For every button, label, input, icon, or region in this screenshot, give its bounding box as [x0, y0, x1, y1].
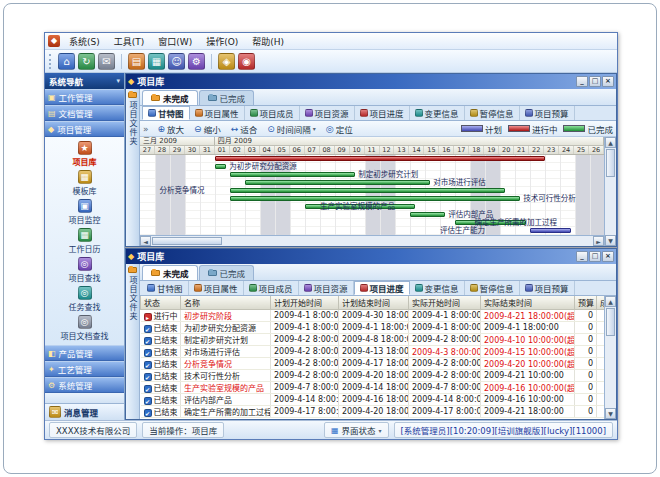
home-icon[interactable]: ⌂: [58, 53, 75, 70]
column-header-name[interactable]: 名称: [181, 296, 271, 309]
tab-resources[interactable]: 项目资源: [299, 281, 354, 295]
table-row[interactable]: ✔已结束技术可行性分析2009-4-2 8:00:002009-4-20 18:…: [141, 369, 605, 381]
minimize-button[interactable]: _: [576, 76, 588, 87]
column-header-actual-start[interactable]: 实际开始时间: [409, 296, 481, 309]
gantt-bar-done[interactable]: [230, 196, 520, 201]
column-header-cost[interactable]: 成: [597, 296, 605, 309]
sidebar-menu-icon[interactable]: ▾: [116, 77, 120, 85]
tab-properties[interactable]: 项目属性: [190, 106, 245, 120]
column-header-plan-start[interactable]: 计划开始时间: [271, 296, 339, 309]
window-title-bar[interactable]: ◆ 项目库 _ □ ×: [126, 74, 616, 89]
table-row[interactable]: ✔已结束生产实验室规模的产品2009-4-7 8:00:002009-4-14 …: [141, 381, 605, 393]
scroll-right-icon[interactable]: ►: [593, 236, 604, 246]
mail-icon[interactable]: ✉: [98, 53, 115, 70]
sidebar-group-project-management[interactable]: ◆项目管理: [45, 121, 124, 137]
folder-tab-unfinished[interactable]: 未完成: [142, 90, 198, 105]
column-header-actual-end[interactable]: 实际结束时间: [481, 296, 575, 309]
fit-button[interactable]: ↔适合: [226, 122, 263, 136]
column-header-budget[interactable]: 预算: [575, 296, 597, 309]
tab-changes[interactable]: 变更信息: [410, 281, 465, 295]
tab-gantt[interactable]: 甘特图: [142, 281, 189, 295]
sidebar-item-project-library[interactable]: ★项目库: [45, 140, 124, 169]
sidebar-group-process-management[interactable]: ✦工艺管理: [45, 361, 124, 377]
zoom-out-button[interactable]: ⊖缩小: [189, 122, 226, 136]
menu-item-window[interactable]: 窗口(W): [151, 33, 199, 50]
project-folder-strip[interactable]: 项目文件夹: [126, 89, 140, 246]
close-button[interactable]: ×: [602, 76, 614, 87]
sidebar-group-product-management[interactable]: ◧产品管理: [45, 345, 124, 361]
sidebar-item-project-search[interactable]: ◎项目查找: [45, 256, 124, 285]
scrollbar-thumb[interactable]: [606, 308, 615, 336]
time-interval-button[interactable]: ⊙时间间隔▾: [262, 122, 321, 136]
gantt-bar-done[interactable]: [245, 180, 430, 185]
zoom-in-button[interactable]: ⊕放大: [153, 122, 190, 136]
gantt-bar-active[interactable]: [215, 156, 545, 161]
folder-tab-finished[interactable]: 已完成: [199, 265, 255, 280]
sidebar-item-project-monitor[interactable]: ▣项目监控: [45, 198, 124, 227]
menu-item-help[interactable]: 帮助(H): [245, 33, 291, 50]
scroll-left-icon[interactable]: ◄: [140, 236, 151, 246]
tab-resources[interactable]: 项目资源: [300, 106, 355, 120]
tab-gantt[interactable]: 甘特图: [142, 106, 190, 120]
sidebar-item-template-library[interactable]: ▦模板库: [45, 169, 124, 198]
table-row[interactable]: ▸进行中初步研究阶段2009-4-1 8:00:002009-4-30 18:0…: [141, 309, 605, 321]
tab-properties[interactable]: 项目属性: [189, 281, 244, 295]
tab-progress[interactable]: 项目进度: [354, 281, 410, 295]
tab-progress[interactable]: 项目进度: [355, 106, 410, 120]
sidebar-item-project-document-search[interactable]: ◎项目文档查找: [45, 314, 124, 343]
locate-button[interactable]: ◎定位: [321, 122, 358, 136]
calendar-icon[interactable]: ▦: [148, 53, 165, 70]
close-button[interactable]: ×: [602, 251, 614, 262]
tab-pause[interactable]: 暂停信息: [465, 281, 520, 295]
folder-tab-finished[interactable]: 已完成: [199, 90, 255, 105]
folder-tab-unfinished[interactable]: 未完成: [142, 265, 198, 280]
column-header-status[interactable]: 状态: [141, 296, 181, 309]
scroll-down-icon[interactable]: ▼: [605, 408, 616, 419]
scroll-down-icon[interactable]: ▼: [605, 235, 616, 246]
toolbar-overflow-icon[interactable]: »: [143, 124, 149, 134]
tab-changes[interactable]: 变更信息: [410, 106, 465, 120]
horizontal-scrollbar[interactable]: ◄ ►: [140, 235, 604, 246]
tab-members[interactable]: 项目成员: [245, 106, 300, 120]
column-header-plan-end[interactable]: 计划结束时间: [339, 296, 409, 309]
maximize-button[interactable]: □: [589, 76, 601, 87]
ui-state-dropdown[interactable]: ▦ 界面状态 ▾: [324, 422, 389, 438]
refresh-icon[interactable]: ↻: [78, 53, 95, 70]
table-row[interactable]: ✔已结束分析竞争情况2009-4-2 8:00:002009-4-17 18:0…: [141, 357, 605, 369]
scrollbar-thumb[interactable]: [606, 149, 615, 177]
maximize-button[interactable]: □: [589, 251, 601, 262]
settings-icon[interactable]: ⚙: [188, 53, 205, 70]
exit-icon[interactable]: ◉: [238, 53, 255, 70]
sidebar-item-task-search[interactable]: ◎任务查找: [45, 285, 124, 314]
gantt-bar-done[interactable]: [230, 188, 505, 193]
scroll-up-icon[interactable]: ▲: [605, 296, 616, 307]
vertical-scrollbar[interactable]: ▲ ▼: [604, 296, 616, 419]
tab-budget[interactable]: 项目预算: [520, 281, 575, 295]
minimize-button[interactable]: _: [576, 251, 588, 262]
scroll-up-icon[interactable]: ▲: [605, 137, 616, 148]
sidebar-item-message-management[interactable]: ✉ 消息管理: [45, 403, 124, 420]
lock-icon[interactable]: ◈: [218, 53, 235, 70]
gantt-bar-planned[interactable]: [530, 228, 571, 233]
project-folder-strip[interactable]: 项目文件夹: [126, 264, 140, 419]
gantt-bar-done[interactable]: [215, 164, 226, 169]
sidebar-group-document-management[interactable]: ▤文档管理: [45, 105, 124, 121]
vertical-scrollbar[interactable]: ▲ ▼: [604, 137, 616, 246]
tab-pause[interactable]: 暂停信息: [465, 106, 520, 120]
app-icon[interactable]: ◆: [48, 35, 60, 47]
tab-members[interactable]: 项目成员: [244, 281, 299, 295]
gantt-bar-done[interactable]: [410, 212, 445, 217]
window-title-bar[interactable]: ◆ 项目库 _ □ ×: [126, 249, 616, 264]
table-row[interactable]: ✔已结束对市场进行评估2009-4-2 8:00:002009-4-13 18:…: [141, 345, 605, 357]
menu-item-operation[interactable]: 操作(O): [199, 33, 245, 50]
sidebar-group-system-management[interactable]: ⚙系统管理: [45, 377, 124, 393]
tab-budget[interactable]: 项目预算: [520, 106, 575, 120]
table-row[interactable]: ✔已结束确定生产所需的加工过程2009-4-17 8:00:002009-4-2…: [141, 405, 605, 417]
report-icon[interactable]: ▤: [128, 53, 145, 70]
scrollbar-thumb[interactable]: [152, 237, 222, 245]
sidebar-item-work-calendar[interactable]: ▦工作日历: [45, 227, 124, 256]
table-row[interactable]: ✔已结束制定初步研究计划2009-4-2 8:00:002009-4-8 18:…: [141, 333, 605, 345]
menu-item-tools[interactable]: 工具(T): [107, 33, 152, 50]
gantt-bar-done[interactable]: [230, 172, 355, 177]
user-icon[interactable]: ☺: [168, 53, 185, 70]
